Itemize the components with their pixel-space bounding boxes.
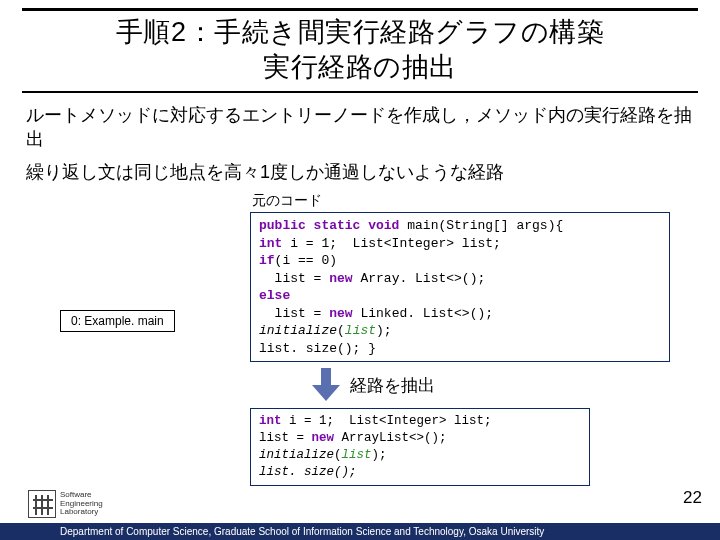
body-paragraph-2: 繰り返し文は同じ地点を高々1度しか通過しないような経路 — [26, 160, 694, 184]
arrow-row: 経路を抽出 — [312, 368, 698, 402]
arrow-label: 経路を抽出 — [350, 374, 435, 397]
original-code-box: public static void main(String[] args){ … — [250, 212, 670, 362]
page-number: 22 — [683, 488, 702, 508]
extracted-path-code-box: int i = 1; List<Integer> list; list = ne… — [250, 408, 590, 486]
footer-text: Department of Computer Science, Graduate… — [0, 523, 720, 540]
title-line-2: 実行経路の抽出 — [22, 50, 698, 85]
title-line-1: 手順2：手続き間実行経路グラフの構築 — [22, 15, 698, 50]
slide-title: 手順2：手続き間実行経路グラフの構築 実行経路の抽出 — [22, 8, 698, 93]
logo-text: Software Engineering Laboratory — [60, 491, 103, 517]
body-paragraph-1: ルートメソッドに対応するエントリーノードを作成し，メソッド内の実行経路を抽出 — [26, 103, 694, 152]
entry-node-box: 0: Example. main — [60, 310, 175, 332]
original-code-label: 元のコード — [252, 192, 698, 210]
lab-logo: Software Engineering Laboratory — [28, 490, 103, 518]
logo-mark-icon — [28, 490, 56, 518]
arrow-down-icon — [312, 368, 340, 402]
